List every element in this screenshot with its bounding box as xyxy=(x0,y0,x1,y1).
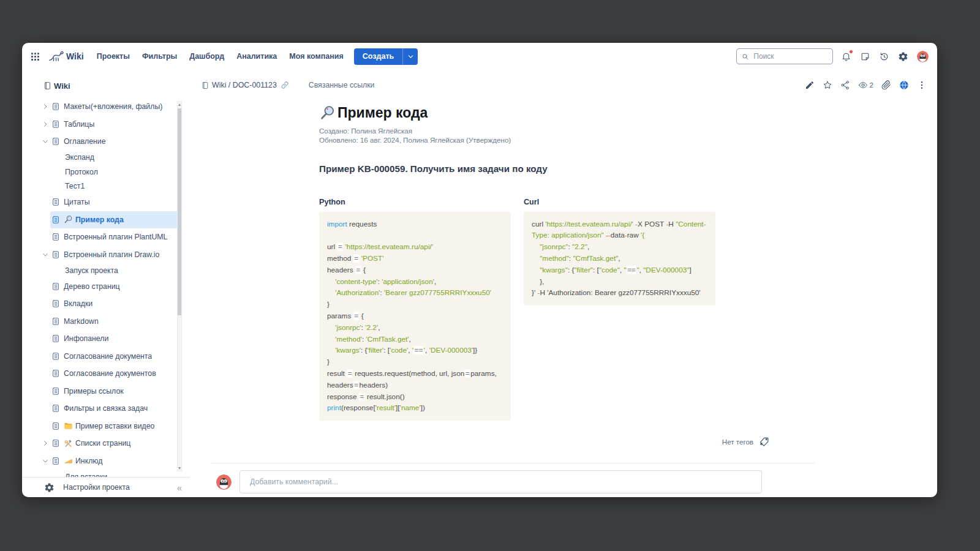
comment-input[interactable] xyxy=(239,470,762,493)
sidebar-item[interactable]: Вкладки xyxy=(22,295,179,313)
document-icon xyxy=(51,215,60,225)
sidebar-item-label: Согласование документа xyxy=(64,352,152,361)
sidebar-item[interactable]: Списки страниц xyxy=(22,435,179,452)
sidebar-item-label: Инфопанели xyxy=(64,334,108,343)
breadcrumb-path[interactable]: Wiki / DOC-001123 xyxy=(212,81,277,89)
favorite-star-icon[interactable] xyxy=(823,80,832,90)
created-line: Создано: Полина Яглейская xyxy=(319,127,772,136)
folder-icon xyxy=(64,421,73,430)
comment-row xyxy=(216,470,937,493)
chevron-spacer xyxy=(40,198,50,206)
dino-logo-icon[interactable] xyxy=(47,50,64,63)
sidebar-item-label: Пример вставки видео xyxy=(75,422,154,430)
sidebar-item-label: Дерево страниц xyxy=(64,282,120,291)
scroll-up-arrow-icon[interactable]: ▲ xyxy=(178,102,181,107)
notifications-bell-icon[interactable] xyxy=(841,51,851,62)
share-icon[interactable] xyxy=(840,80,850,90)
sidebar-item[interactable]: Протокол xyxy=(22,165,179,179)
sidebar-item-label: Оглавление xyxy=(64,137,106,146)
edit-pencil-icon[interactable] xyxy=(805,80,815,90)
user-avatar[interactable] xyxy=(917,51,929,62)
sidebar-item[interactable]: Markdown xyxy=(22,313,179,331)
code-block[interactable]: curl 'https://test.evateam.ru/api/' -X P… xyxy=(524,212,715,306)
chevron-spacer xyxy=(40,154,50,161)
sidebar-item[interactable]: Цитаты xyxy=(22,193,179,211)
sidebar-item-label: Markdown xyxy=(64,317,99,326)
wiki-book-icon xyxy=(43,81,52,91)
topbar: Wiki ПроектыФильтрыДашбордАналитикаМоя к… xyxy=(22,43,937,70)
kebab-menu-icon[interactable] xyxy=(917,80,927,90)
nav-item[interactable]: Моя компания xyxy=(287,50,345,63)
chevron-down-icon[interactable] xyxy=(40,251,50,258)
sidebar-item[interactable]: Встроенный плагин PlantUML xyxy=(22,228,179,246)
notification-dot xyxy=(849,50,853,54)
sidebar-item-label: Согласование документов xyxy=(64,369,156,378)
project-settings-gear-icon[interactable] xyxy=(44,482,55,493)
sidebar-item[interactable]: Инфопанели xyxy=(22,330,179,348)
create-dropdown-chevron-icon[interactable] xyxy=(402,48,418,65)
comment-user-avatar xyxy=(216,474,232,490)
views-counter[interactable]: 2 xyxy=(858,80,873,90)
app-grid-icon[interactable] xyxy=(30,51,40,62)
search-input[interactable] xyxy=(752,51,827,61)
create-button-label[interactable]: Создать xyxy=(354,48,402,65)
sidebar-item[interactable]: Экспанд xyxy=(22,151,179,165)
tab-related-links[interactable]: Связанные ссылки xyxy=(309,81,375,89)
cake-icon xyxy=(64,456,73,465)
sidebar-item-label: Списки страниц xyxy=(75,439,130,448)
brand-title[interactable]: Wiki xyxy=(66,51,84,61)
project-settings-label[interactable]: Настройки проекта xyxy=(63,483,130,492)
sidebar-item[interactable]: Макеты(+вложения, файлы) xyxy=(22,98,179,116)
nav-item[interactable]: Фильтры xyxy=(140,50,179,63)
sidebar-item[interactable]: Пример вставки видео xyxy=(22,418,179,435)
sidebar-item[interactable]: Инклюд xyxy=(22,452,179,470)
sidebar-item[interactable]: Согласование документа xyxy=(22,348,179,365)
code-block[interactable]: import requestsurl = 'https://test.evate… xyxy=(319,212,511,421)
chevron-spacer xyxy=(40,422,50,430)
copy-link-icon[interactable] xyxy=(281,81,289,89)
app-body: Wiki Макеты(+вложения, файлы)ТаблицыОгла… xyxy=(22,70,937,497)
chevron-down-icon[interactable] xyxy=(40,457,50,465)
attachments-paperclip-icon[interactable] xyxy=(881,80,891,90)
sidebar-item[interactable]: Пример кода xyxy=(22,211,179,229)
nav-item[interactable]: Аналитика xyxy=(235,50,279,63)
sidebar-item[interactable]: Оглавление xyxy=(22,133,179,151)
public-globe-icon[interactable] xyxy=(899,80,909,90)
main-toprow: Wiki / DOC-001123 Связанные ссылки 2 xyxy=(201,78,937,92)
section-heading: Пример KB-000059. Получить имя задачи по… xyxy=(319,163,772,174)
sidebar-item[interactable]: Для вставки xyxy=(22,470,179,477)
settings-gear-icon[interactable] xyxy=(898,51,908,62)
sidebar-item-label: Таблицы xyxy=(64,120,94,129)
history-icon[interactable] xyxy=(879,51,889,62)
nav-item[interactable]: Дашборд xyxy=(187,50,226,63)
sidebar-item-label: Протокол xyxy=(51,168,98,176)
scroll-down-arrow-icon[interactable]: ▼ xyxy=(178,465,181,471)
document-icon xyxy=(51,386,60,396)
nav-item[interactable]: Проекты xyxy=(95,50,132,63)
sidebar-item[interactable]: Дерево страниц xyxy=(22,278,179,296)
chevron-spacer xyxy=(40,388,50,395)
notes-icon[interactable] xyxy=(860,51,870,62)
chevron-right-icon[interactable] xyxy=(40,440,50,447)
sidebar-item[interactable]: Примеры ссылок xyxy=(22,383,179,400)
chevron-down-icon[interactable] xyxy=(40,138,50,145)
chevron-right-icon[interactable] xyxy=(40,121,50,128)
code-language-label: Curl xyxy=(524,198,715,206)
collapse-sidebar-icon[interactable]: « xyxy=(177,482,181,493)
chevron-spacer xyxy=(40,182,50,190)
sidebar-item[interactable]: Тест1 xyxy=(22,179,179,194)
breadcrumb[interactable]: Wiki / DOC-001123 xyxy=(201,81,289,90)
sidebar-item-label: Цитаты xyxy=(64,198,90,206)
chevron-right-icon[interactable] xyxy=(40,103,50,110)
sidebar-item[interactable]: Встроенный плагин Draw.io xyxy=(22,246,179,264)
sidebar-scrollbar[interactable]: ▲ ▼ xyxy=(177,101,182,471)
sidebar-item[interactable]: Фильтры и связка задач xyxy=(22,400,179,418)
search-box[interactable] xyxy=(736,48,833,64)
sidebar-item[interactable]: Таблицы xyxy=(22,116,179,133)
scrollbar-thumb[interactable] xyxy=(178,108,181,315)
sidebar-item[interactable]: Запуск проекта xyxy=(22,263,179,278)
sidebar-item[interactable]: Согласование документов xyxy=(22,365,179,383)
create-button[interactable]: Создать xyxy=(354,48,418,65)
add-tag-icon[interactable] xyxy=(759,436,770,447)
sidebar-item-label: Вкладки xyxy=(64,299,92,308)
